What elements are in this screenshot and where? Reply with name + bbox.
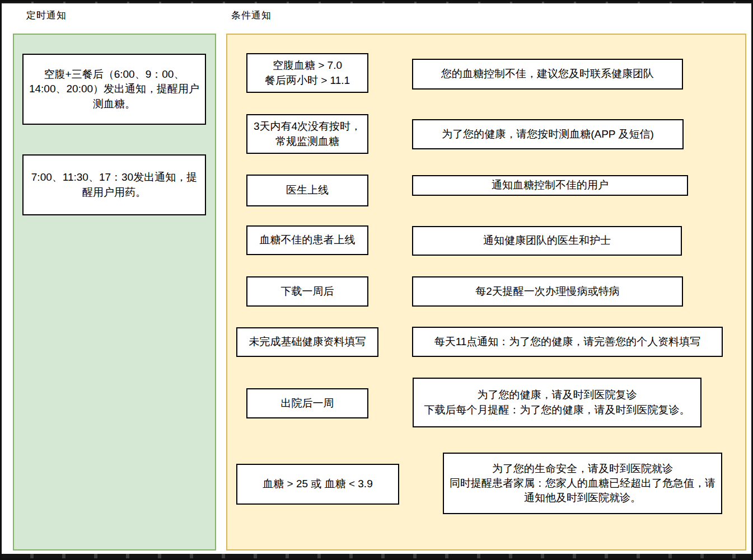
message-box-contact-health-team: 您的血糖控制不佳，建议您及时联系健康团队 (412, 59, 683, 90)
message-box-hospital-followup-reminder: 为了您的健康，请及时到医院复诊 下载后每个月提醒：为了您的健康，请及时到医院复诊… (413, 378, 701, 427)
message-box-measure-on-time: 为了您的健康，请您按时测血糖(APP 及短信) (412, 119, 684, 149)
condition-box-doctor-online: 医生上线 (246, 175, 368, 206)
message-box-emergency-visit-reminder: 为了您的生命安全，请及时到医院就诊 同时提醒患者家属：您家人的血糖已经超出了危急… (443, 453, 722, 514)
condition-box-one-week-after-discharge: 出院后一周 (246, 388, 368, 418)
message-box-chronic-disease-reminder: 每2天提醒一次办理慢病或特病 (412, 276, 683, 307)
message-box-notify-poor-control-users: 通知血糖控制不佳的用户 (412, 175, 688, 196)
top-edge-ticks (2, 2, 751, 3)
condition-box-high-glucose: 空腹血糖 > 7.0 餐后两小时 > 11.1 (246, 53, 368, 93)
diagram-canvas: 定时通知 条件通知 空腹+三餐后（6:00、9：00、14:00、20:00）发… (0, 0, 753, 560)
message-box-complete-profile-reminder: 每天11点通知：为了您的健康，请完善您的个人资料填写 (412, 327, 723, 357)
condition-box-one-week-after-download: 下载一周后 (246, 276, 368, 307)
timed-box-take-medicine: 7:00、11:30、17：30发出通知，提醒用户用药。 (22, 154, 206, 215)
timed-box-measure-glucose: 空腹+三餐后（6:00、9：00、14:00、20:00）发出通知，提醒用户测血… (22, 54, 206, 125)
bottom-edge-ticks (2, 554, 751, 558)
condition-box-critical-glucose: 血糖 > 25 或 血糖 < 3.9 (236, 464, 399, 505)
condition-box-missed-tests: 3天内有4次没有按时， 常规监测血糖 (246, 114, 368, 154)
condition-box-poor-control-patient-online: 血糖不佳的患者上线 (246, 225, 368, 255)
conditional-notifications-title: 条件通知 (231, 9, 272, 22)
condition-box-profile-incomplete: 未完成基础健康资料填写 (236, 327, 378, 357)
timed-notifications-title: 定时通知 (26, 9, 67, 22)
message-box-notify-doctors-nurses: 通知健康团队的医生和护士 (412, 226, 682, 256)
